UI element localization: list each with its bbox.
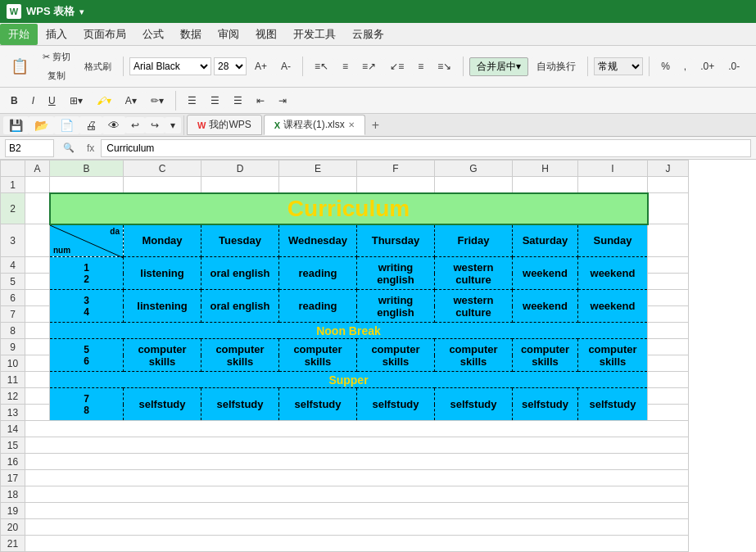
cell-friday-header[interactable]: Friday — [435, 224, 513, 257]
cell-A1[interactable] — [25, 177, 50, 193]
decrease-font-button[interactable]: A- — [275, 58, 297, 75]
cell-J10[interactable] — [648, 355, 689, 372]
cell-weekend-4[interactable]: weekend — [578, 290, 648, 323]
row-num-4[interactable]: 4 — [1, 257, 25, 274]
menu-formula[interactable]: 公式 — [134, 24, 172, 45]
row-num-11[interactable]: 11 — [1, 372, 25, 388]
cell-selfstudy-thu[interactable]: selfstudy — [357, 388, 435, 421]
cell-J3[interactable] — [648, 224, 689, 257]
cell-computer-skills-wed[interactable]: computer skills — [279, 339, 357, 372]
menu-insert[interactable]: 插入 — [38, 24, 75, 45]
cell-J4[interactable] — [648, 257, 689, 274]
open-button[interactable]: 📂 — [29, 116, 54, 134]
col-header-I[interactable]: I — [578, 161, 648, 177]
cell-J8[interactable] — [648, 323, 689, 339]
cell-num-5-6[interactable]: 5 6 — [50, 339, 124, 372]
percent-button[interactable]: % — [655, 58, 676, 75]
cell-weekend-2[interactable]: weekend — [578, 257, 648, 290]
cell-J6[interactable] — [648, 290, 689, 306]
comma-button[interactable]: , — [678, 58, 692, 75]
font-selector[interactable]: Arial Black — [129, 57, 211, 75]
row-num-16[interactable]: 16 — [1, 454, 25, 470]
font-size-selector[interactable]: 28 — [214, 57, 247, 75]
row-15-cells[interactable] — [25, 437, 689, 454]
fill-color-button[interactable]: 🖌▾ — [91, 93, 117, 109]
menu-review[interactable]: 审阅 — [210, 24, 247, 45]
col-header-A[interactable]: A — [25, 161, 50, 177]
cell-listening[interactable]: listening — [124, 257, 201, 290]
decrease-decimal-button[interactable]: .0- — [722, 58, 745, 75]
cell-A13[interactable] — [25, 405, 50, 421]
auto-wrap-button[interactable]: 自动换行 — [531, 57, 582, 76]
row-num-7[interactable]: 7 — [1, 306, 25, 323]
cell-A3[interactable] — [25, 224, 50, 257]
bold-button[interactable]: B — [5, 93, 24, 109]
cell-A5[interactable] — [25, 274, 50, 290]
cell-A6[interactable] — [25, 290, 50, 306]
cut-button[interactable]: ✂ 剪切 — [37, 48, 76, 66]
newfile-button[interactable]: 📄 — [54, 116, 79, 134]
cell-J12[interactable] — [648, 388, 689, 405]
row-num-13[interactable]: 13 — [1, 405, 25, 421]
cell-J1[interactable] — [648, 177, 689, 193]
cell-J2[interactable] — [648, 193, 689, 224]
underline-button[interactable]: U — [43, 93, 61, 109]
cell-selfstudy-mon[interactable]: selfstudy — [124, 388, 201, 421]
align-top-button[interactable]: ≡ — [337, 58, 354, 75]
align-left-button[interactable]: ↙≡ — [384, 58, 410, 75]
cell-western-culture-2[interactable]: western culture — [435, 290, 513, 323]
redo-button[interactable]: ↪ — [145, 117, 165, 133]
increase-font-button[interactable]: A+ — [249, 58, 273, 75]
cell-thursday-header[interactable]: Thursday — [357, 224, 435, 257]
tab-wps[interactable]: W 我的WPS — [187, 115, 262, 135]
col-header-B[interactable]: B — [50, 161, 124, 177]
align-top-right-button[interactable]: ≡↗ — [356, 58, 382, 75]
decrease-indent-button[interactable]: ⇤ — [251, 93, 270, 109]
col-header-J[interactable]: J — [648, 161, 689, 177]
cell-J11[interactable] — [648, 372, 689, 388]
cell-weekend-1[interactable]: weekend — [513, 257, 578, 290]
menu-view[interactable]: 视图 — [247, 24, 285, 45]
row-num-3[interactable]: 3 — [1, 224, 25, 257]
font-color-button[interactable]: A▾ — [120, 93, 143, 109]
row-num-12[interactable]: 12 — [1, 388, 25, 405]
print-button[interactable]: 🖨 — [79, 116, 102, 134]
title-arrow[interactable]: ▾ — [79, 7, 84, 16]
cell-B1[interactable] — [50, 177, 124, 193]
copy-button[interactable]: 复制 — [37, 67, 76, 84]
align-right-button[interactable]: ≡↘ — [432, 58, 457, 75]
cell-computer-skills-sat[interactable]: computer skills — [513, 339, 578, 372]
align-center-button2[interactable]: ☰ — [205, 93, 225, 109]
row-19-cells[interactable] — [25, 503, 689, 519]
col-header-H[interactable]: H — [513, 161, 578, 177]
cell-western-culture-1[interactable]: western culture — [435, 257, 513, 290]
cell-computer-skills-thu[interactable]: computer skills — [357, 339, 435, 372]
cell-A10[interactable] — [25, 355, 50, 372]
row-num-10[interactable]: 10 — [1, 355, 25, 372]
cell-reading-1[interactable]: reading — [279, 257, 357, 290]
increase-indent-button[interactable]: ⇥ — [273, 93, 292, 109]
row-num-18[interactable]: 18 — [1, 486, 25, 503]
row-18-cells[interactable] — [25, 486, 689, 503]
row-num-1[interactable]: 1 — [1, 177, 25, 193]
align-center-button[interactable]: ≡ — [412, 58, 429, 75]
cell-A4[interactable] — [25, 257, 50, 274]
undo-button[interactable]: ↩ — [125, 117, 145, 133]
cell-monday-header[interactable]: Monday — [124, 224, 201, 257]
cell-wednesday-header[interactable]: Wednesday — [279, 224, 357, 257]
spreadsheet-container[interactable]: A B C D E F G H I J 1 — [0, 160, 756, 552]
align-left-button2[interactable]: ☰ — [182, 93, 202, 109]
cell-D1[interactable] — [201, 177, 279, 193]
row-16-cells[interactable] — [25, 454, 689, 470]
row-num-21[interactable]: 21 — [1, 536, 25, 552]
cell-I1[interactable] — [578, 177, 648, 193]
cell-F1[interactable] — [357, 177, 435, 193]
menu-cloud[interactable]: 云服务 — [344, 24, 392, 45]
row-num-19[interactable]: 19 — [1, 503, 25, 519]
row-num-15[interactable]: 15 — [1, 437, 25, 454]
cell-writing-english-2[interactable]: writing english — [357, 290, 435, 323]
cell-C1[interactable] — [124, 177, 201, 193]
col-header-C[interactable]: C — [124, 161, 201, 177]
row-num-14[interactable]: 14 — [1, 421, 25, 437]
cell-A12[interactable] — [25, 388, 50, 405]
